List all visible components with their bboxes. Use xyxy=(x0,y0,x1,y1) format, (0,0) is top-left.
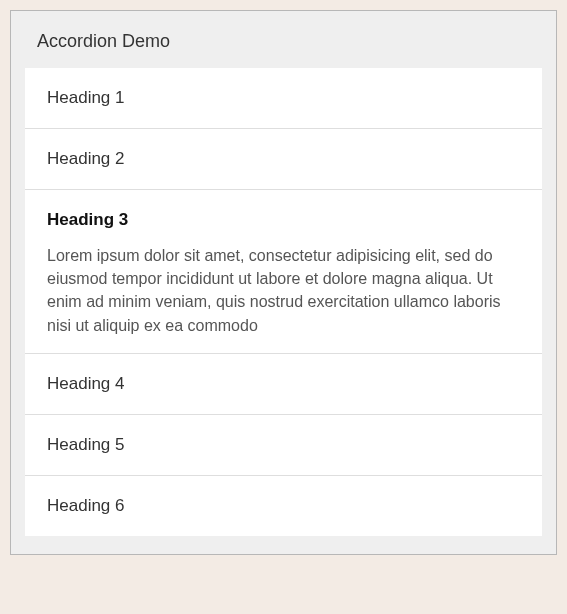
accordion-item-6: Heading 6 xyxy=(25,475,542,536)
accordion-header-4[interactable]: Heading 4 xyxy=(25,354,542,414)
accordion-item-2: Heading 2 xyxy=(25,128,542,189)
accordion-item-3: Heading 3 Lorem ipsum dolor sit amet, co… xyxy=(25,189,542,353)
accordion-header-5[interactable]: Heading 5 xyxy=(25,415,542,475)
accordion: Heading 1 Heading 2 Heading 3 Lorem ipsu… xyxy=(25,68,542,536)
accordion-header-1[interactable]: Heading 1 xyxy=(25,68,542,128)
accordion-item-1: Heading 1 xyxy=(25,68,542,128)
accordion-item-4: Heading 4 xyxy=(25,353,542,414)
accordion-item-5: Heading 5 xyxy=(25,414,542,475)
accordion-header-6[interactable]: Heading 6 xyxy=(25,476,542,536)
panel-title: Accordion Demo xyxy=(25,25,542,68)
accordion-content-3: Lorem ipsum dolor sit amet, consectetur … xyxy=(25,244,542,353)
demo-panel: Accordion Demo Heading 1 Heading 2 Headi… xyxy=(10,10,557,555)
accordion-header-3[interactable]: Heading 3 xyxy=(25,190,542,244)
accordion-header-2[interactable]: Heading 2 xyxy=(25,129,542,189)
